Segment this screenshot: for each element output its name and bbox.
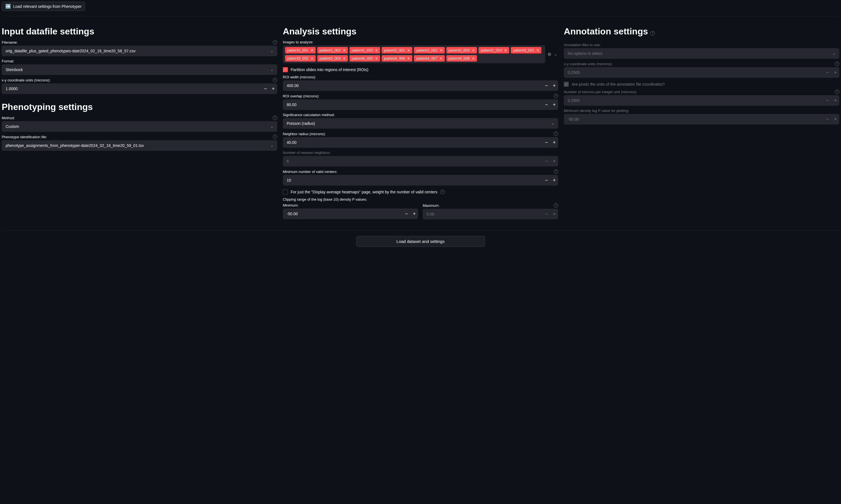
roi-overlap-field[interactable] — [283, 100, 543, 110]
format-select[interactable]: Steinbock ⌄ — [2, 65, 277, 75]
image-tag[interactable]: patient3_002✕ — [285, 55, 316, 61]
close-icon[interactable]: ✕ — [407, 49, 410, 52]
weight-checkbox[interactable] — [283, 190, 288, 195]
image-tag[interactable]: patient4_006✕ — [382, 55, 412, 61]
anno-xy-input: − + — [564, 67, 839, 78]
close-icon[interactable]: ✕ — [504, 49, 507, 52]
increment-button: + — [831, 67, 839, 78]
dropdown-button[interactable]: ⌄ — [553, 52, 558, 57]
neighbor-input[interactable]: − + — [283, 137, 558, 148]
help-icon[interactable]: ? — [273, 115, 277, 120]
image-tag[interactable]: patient4_008✕ — [446, 55, 477, 61]
clip-max-input[interactable]: − + — [423, 209, 558, 219]
clip-min-field[interactable] — [283, 209, 403, 219]
xy-units-input[interactable]: − + — [2, 84, 277, 94]
help-icon[interactable]: ? — [273, 134, 277, 139]
partition-checkbox[interactable]: ✓ — [283, 67, 288, 72]
image-tag-label: patient4_006 — [384, 56, 405, 60]
help-icon[interactable]: ? — [273, 78, 277, 82]
microns-input: − + — [564, 95, 839, 106]
roi-width-input[interactable]: − + — [283, 80, 558, 91]
clear-all-button[interactable] — [547, 52, 552, 57]
decrement-button[interactable]: − — [542, 100, 550, 110]
image-tag[interactable]: patient1_002✕ — [317, 47, 348, 53]
roi-width-field[interactable] — [283, 80, 543, 91]
chevron-down-icon: ⌄ — [270, 49, 273, 53]
image-tag[interactable]: patient4_005✕ — [350, 55, 380, 61]
close-icon[interactable]: ✕ — [311, 56, 313, 60]
column-analysis: Analysis settings Images to analyze: pat… — [283, 26, 558, 219]
help-icon[interactable]: ? — [440, 190, 445, 194]
clip-min-input[interactable]: − + — [283, 209, 418, 219]
image-tag[interactable]: patient2_001✕ — [382, 47, 412, 53]
increment-button[interactable]: + — [550, 80, 558, 91]
images-multiselect[interactable]: patient1_001✕patient1_002✕patient1_003✕p… — [283, 45, 545, 63]
help-icon[interactable]: ? — [835, 61, 839, 66]
chevron-down-icon: ⌄ — [270, 144, 273, 147]
image-tag[interactable]: patient1_003✕ — [350, 47, 380, 53]
image-tag[interactable]: patient3_003✕ — [317, 55, 348, 61]
close-icon[interactable]: ✕ — [375, 49, 378, 52]
minvalid-field[interactable] — [283, 175, 543, 185]
decrement-button[interactable]: − — [402, 209, 410, 219]
image-tag[interactable]: patient2_002✕ — [414, 47, 444, 53]
increment-button[interactable]: + — [550, 137, 558, 148]
phenofile-select[interactable]: phenotype_assignments_from_phenotyper-da… — [2, 140, 277, 151]
close-icon[interactable]: ✕ — [440, 49, 442, 52]
close-icon[interactable]: ✕ — [472, 56, 475, 60]
image-tag[interactable]: patient4_007✕ — [414, 55, 444, 61]
filename-value: orig_datafile_plus_gated_phenotypes-date… — [5, 49, 136, 53]
filename-select[interactable]: orig_datafile_plus_gated_phenotypes-date… — [2, 46, 277, 56]
image-tag-label: patient4_008 — [449, 56, 470, 60]
neighbor-field[interactable] — [283, 138, 543, 147]
close-icon[interactable]: ✕ — [375, 56, 378, 60]
help-icon[interactable]: ? — [554, 131, 558, 136]
chevron-down-icon: ⌄ — [551, 122, 554, 125]
image-tag[interactable]: patient3_001✕ — [511, 47, 541, 53]
annofiles-select[interactable]: No options to select. ⌄ — [564, 48, 839, 59]
decrement-button[interactable]: − — [542, 80, 550, 91]
decrement-button[interactable]: − — [542, 175, 550, 185]
increment-button[interactable]: + — [550, 209, 558, 219]
increment-button[interactable]: + — [550, 175, 558, 185]
column-input-phenotyping: Input datafile settings Filename: ? orig… — [2, 26, 277, 219]
close-icon[interactable]: ✕ — [472, 49, 475, 52]
increment-button[interactable]: + — [269, 84, 277, 94]
neighbor-label: Neighbor radius (microns): — [283, 132, 326, 136]
help-icon[interactable]: ? — [554, 169, 558, 174]
load-dataset-label: Load dataset and settings — [397, 239, 445, 244]
roi-overlap-input[interactable]: − + — [283, 100, 558, 110]
decrement-button[interactable]: − — [262, 84, 269, 94]
close-icon[interactable]: ✕ — [536, 49, 539, 52]
close-icon[interactable]: ✕ — [407, 56, 410, 60]
increment-button[interactable]: + — [550, 100, 558, 110]
help-icon[interactable]: ? — [554, 203, 558, 208]
help-icon[interactable]: ? — [650, 31, 655, 36]
minvalid-input[interactable]: − + — [283, 175, 558, 185]
close-icon[interactable]: ✕ — [343, 56, 346, 60]
decrement-button[interactable]: − — [542, 209, 550, 219]
image-tag[interactable]: patient2_003✕ — [446, 47, 477, 53]
image-tag-label: patient3_003 — [319, 56, 340, 60]
close-icon[interactable]: ✕ — [311, 49, 313, 52]
roi-overlap-label: ROI overlap (microns): — [283, 94, 319, 98]
format-value: Steinbock — [5, 68, 23, 72]
image-tag-label: patient3_001 — [513, 48, 534, 52]
load-from-phenotyper-button[interactable]: ➡️ Load relevant settings from Phenotype… — [2, 2, 85, 11]
decrement-button[interactable]: − — [542, 137, 550, 148]
image-tag[interactable]: patient2_004✕ — [479, 47, 509, 53]
help-icon[interactable]: ? — [835, 90, 839, 94]
annotation-title: Annotation settings — [564, 26, 648, 37]
mindens-label: Minimum density log P value for plotting… — [564, 109, 629, 113]
increment-button[interactable]: + — [410, 209, 418, 219]
clip-max-field[interactable] — [423, 209, 542, 219]
xy-units-field[interactable] — [2, 84, 262, 94]
method-select[interactable]: Custom ⌄ — [2, 121, 277, 132]
close-icon[interactable]: ✕ — [440, 56, 442, 60]
help-icon[interactable]: ? — [273, 40, 277, 44]
close-icon[interactable]: ✕ — [343, 49, 346, 52]
load-dataset-button[interactable]: Load dataset and settings — [356, 236, 485, 247]
help-icon[interactable]: ? — [554, 94, 558, 98]
image-tag[interactable]: patient1_001✕ — [285, 47, 316, 53]
sigcalc-select[interactable]: Poisson (radius) ⌄ — [283, 118, 558, 129]
